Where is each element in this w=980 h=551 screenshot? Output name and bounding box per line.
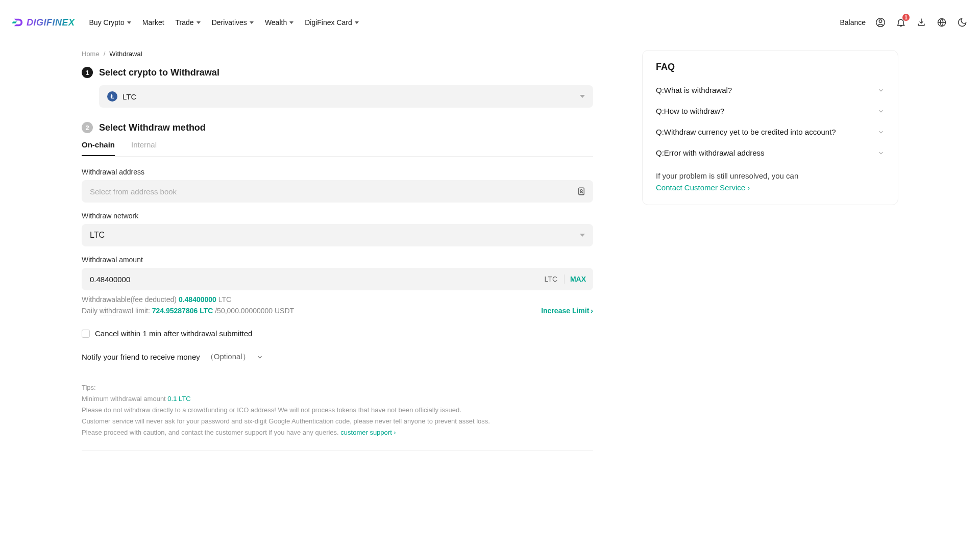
tips-min-label: Minimum withdrawal amount <box>82 395 167 403</box>
faq-footer-text: If your problem is still unresolved, you… <box>656 170 885 182</box>
svg-point-4 <box>580 190 582 192</box>
main-column: Home / Withdrawal 1 Select crypto to Wit… <box>82 45 593 451</box>
network-label: Withdraw network <box>82 212 593 220</box>
amount-unit: LTC <box>545 275 557 283</box>
max-button[interactable]: MAX <box>570 275 586 283</box>
notify-friend-row[interactable]: Notify your friend to receive money （Opt… <box>82 352 593 362</box>
amount-label: Withdrawal amount <box>82 256 593 264</box>
notify-friend-optional: （Optional） <box>206 352 250 362</box>
address-book-icon[interactable] <box>577 187 586 196</box>
faq-item-2[interactable]: Q:How to withdraw? <box>656 101 885 121</box>
withdrawable-unit: LTC <box>218 295 231 304</box>
selected-coin-symbol: LTC <box>122 92 136 101</box>
faq-item-1[interactable]: Q:What is withdrawal? <box>656 80 885 101</box>
daily-total: /50,000.00000000 USDT <box>215 307 294 315</box>
step-2-number: 2 <box>82 122 93 133</box>
customer-support-link[interactable]: customer support › <box>340 429 396 436</box>
brand-logo[interactable]: DIGIFINEX <box>12 17 75 28</box>
chevron-down-icon <box>877 108 885 115</box>
nav-wealth[interactable]: Wealth <box>265 18 293 27</box>
faq-box: FAQ Q:What is withdrawal? Q:How to withd… <box>642 50 898 205</box>
amount-input[interactable] <box>90 275 585 284</box>
step-2-title: Select Withdraw method <box>99 122 206 133</box>
faq-item-3[interactable]: Q:Withdraw currency yet to be credited i… <box>656 121 885 142</box>
withdrawable-label: Withdrawalable(fee deducted) <box>82 295 179 304</box>
amount-field: LTC MAX <box>82 268 593 290</box>
globe-icon[interactable] <box>936 17 947 28</box>
download-icon[interactable] <box>916 17 927 28</box>
faq-item-4[interactable]: Q:Error with withdrawal address <box>656 142 885 163</box>
tips-line-1: Please do not withdraw directly to a cro… <box>82 405 593 416</box>
tab-internal[interactable]: Internal <box>131 140 157 156</box>
daily-used: 724.95287806 LTC <box>152 307 213 315</box>
address-input[interactable] <box>90 187 585 196</box>
main-nav: Buy Crypto Market Trade Derivatives Weal… <box>89 18 359 27</box>
nav-derivatives[interactable]: Derivatives <box>212 18 254 27</box>
header-right: Balance 1 <box>840 17 968 28</box>
daily-label: Daily withdrawal <box>82 307 133 315</box>
breadcrumb-separator: / <box>104 50 106 58</box>
withdrawable-row: Withdrawalable(fee deducted) 0.48400000 … <box>82 295 593 304</box>
chevron-down-icon <box>289 21 293 24</box>
step-1-header: 1 Select crypto to Withdrawal <box>82 67 593 78</box>
breadcrumb-current: Withdrawal <box>109 50 142 58</box>
breadcrumb: Home / Withdrawal <box>82 45 593 58</box>
faq-title: FAQ <box>656 62 885 72</box>
svg-point-1 <box>879 20 881 22</box>
moon-icon[interactable] <box>957 17 968 28</box>
chevron-down-icon <box>355 21 359 24</box>
network-select[interactable]: LTC <box>82 224 593 246</box>
chevron-down-icon <box>256 354 263 361</box>
daily-limit-row: Daily withdrawal limit: 724.95287806 LTC… <box>82 307 593 315</box>
increase-limit-link[interactable]: Increase Limit › <box>541 307 593 315</box>
tips-line-3a: Please proceed with caution, and contact… <box>82 429 340 436</box>
chevron-down-icon <box>197 21 201 24</box>
balance-link[interactable]: Balance <box>840 18 866 27</box>
user-icon[interactable] <box>875 17 886 28</box>
step-1-number: 1 <box>82 67 93 78</box>
logo-mark-icon <box>12 17 23 28</box>
notification-badge: 1 <box>902 14 910 21</box>
divider <box>564 274 565 284</box>
tips-min-value: 0.1 LTC <box>167 395 190 403</box>
daily-limit-word: limit: <box>135 307 152 315</box>
nav-buy-crypto[interactable]: Buy Crypto <box>89 18 131 27</box>
address-label: Withdrawal address <box>82 168 593 176</box>
cancel-checkbox-row: Cancel within 1 min after withdrawal sub… <box>82 329 593 338</box>
network-field-group: Withdraw network LTC <box>82 212 593 246</box>
breadcrumb-home[interactable]: Home <box>82 50 100 58</box>
chevron-down-icon <box>580 234 585 237</box>
nav-digifinex-card[interactable]: DigiFinex Card <box>305 18 359 27</box>
nav-market[interactable]: Market <box>142 18 164 27</box>
faq-footer: If your problem is still unresolved, you… <box>656 170 885 193</box>
tab-on-chain[interactable]: On-chain <box>82 140 115 156</box>
chevron-down-icon <box>877 87 885 94</box>
ltc-coin-icon: Ł <box>107 91 117 102</box>
chevron-down-icon <box>580 95 585 98</box>
cancel-checkbox[interactable] <box>82 330 90 338</box>
tips-section: Tips: Minimum withdrawal amount 0.1 LTC … <box>82 382 593 451</box>
logo-text: DIGIFINEX <box>27 17 75 28</box>
bell-icon[interactable]: 1 <box>895 17 906 28</box>
crypto-select[interactable]: Ł LTC <box>99 85 593 108</box>
page-body: Home / Withdrawal 1 Select crypto to Wit… <box>0 45 980 451</box>
nav-trade[interactable]: Trade <box>176 18 201 27</box>
cancel-checkbox-label: Cancel within 1 min after withdrawal sub… <box>95 329 252 338</box>
tips-line-2: Customer service will never ask for your… <box>82 416 593 427</box>
faq-sidebar: FAQ Q:What is withdrawal? Q:How to withd… <box>642 45 898 451</box>
withdrawable-value: 0.48400000 <box>179 295 216 304</box>
chevron-down-icon <box>250 21 254 24</box>
top-header: DIGIFINEX Buy Crypto Market Trade Deriva… <box>0 0 980 45</box>
network-value: LTC <box>90 231 105 240</box>
tips-heading: Tips: <box>82 382 593 393</box>
chevron-down-icon <box>877 149 885 157</box>
step-2-header: 2 Select Withdraw method <box>82 122 593 133</box>
withdraw-method-tabs: On-chain Internal <box>82 140 593 157</box>
address-field[interactable] <box>82 180 593 203</box>
chevron-down-icon <box>877 129 885 136</box>
notify-friend-label: Notify your friend to receive money <box>82 353 200 361</box>
contact-customer-service-link[interactable]: Contact Customer Service › <box>656 182 885 194</box>
chevron-down-icon <box>127 21 131 24</box>
address-field-group: Withdrawal address <box>82 168 593 203</box>
step-1-title: Select crypto to Withdrawal <box>99 67 219 78</box>
